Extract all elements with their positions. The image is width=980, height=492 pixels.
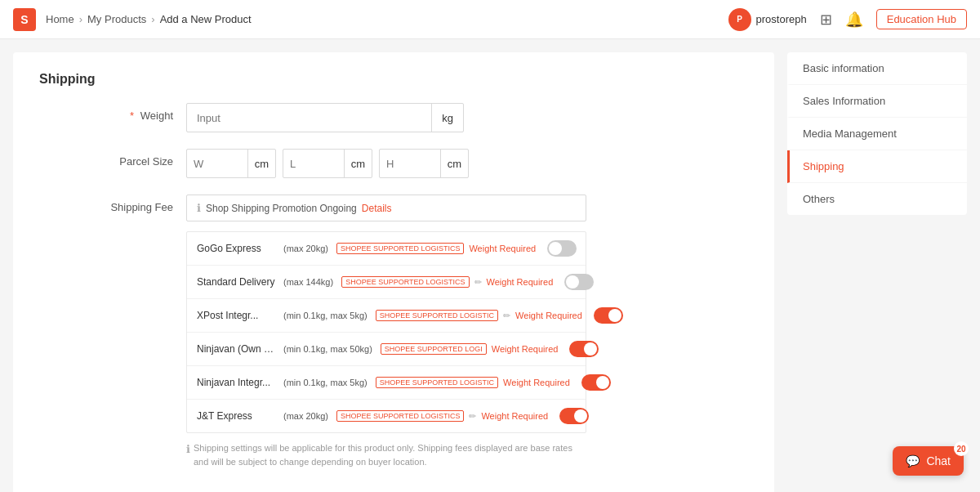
sidebar-item-shipping[interactable]: Shipping xyxy=(787,150,967,183)
info-icon: ℹ xyxy=(197,202,201,214)
logistics-limit: (min 0.1kg, max 50kg) xyxy=(283,344,372,354)
shipping-section: Shipping * Weight kg Parcel Size xyxy=(13,52,774,492)
edit-icon[interactable]: ✏ xyxy=(503,311,510,321)
shopee-badge: SHOPEE SUPPORTED LOGISTIC xyxy=(376,377,498,388)
shipping-fee-row: Shipping Fee ℹ Shop Shipping Promotion O… xyxy=(39,195,748,468)
chat-label: Chat xyxy=(926,454,951,467)
note-info-icon: ℹ xyxy=(186,441,190,468)
parcel-inputs: cm cm cm xyxy=(186,149,748,178)
logistics-row: J&T Express (max 20kg) SHOPEE SUPPORTED … xyxy=(187,400,586,432)
nav-right: P prostoreph ⊞ 🔔 Education Hub xyxy=(728,8,967,31)
weight-label: * Weight xyxy=(39,103,186,122)
grid-icon[interactable]: ⊞ xyxy=(820,11,832,29)
toggle-slider xyxy=(547,240,577,257)
weight-row: * Weight kg xyxy=(39,103,748,132)
shopee-badge: SHOPEE SUPPORTED LOGISTICS xyxy=(336,243,464,254)
parcel-w-wrap: cm xyxy=(186,149,276,178)
sidebar-item-sales-information[interactable]: Sales Information xyxy=(787,85,967,118)
logistics-row: GoGo Express (max 20kg) SHOPEE SUPPORTED… xyxy=(187,232,586,266)
toggle-slider xyxy=(564,274,594,290)
weight-required-label: Weight Required xyxy=(469,244,536,253)
weight-required-label: Weight Required xyxy=(487,277,554,287)
toggle-slider xyxy=(581,374,611,391)
right-sidebar: Basic informationSales InformationMedia … xyxy=(787,52,967,492)
chat-button[interactable]: 💬 Chat 20 xyxy=(893,446,964,476)
shopee-logo: S xyxy=(13,8,36,31)
logistics-name: Ninjavan Integr... xyxy=(197,377,278,388)
logistics-toggle[interactable] xyxy=(559,408,589,424)
shopee-badge: SHOPEE SUPPORTED LOGISTIC xyxy=(376,310,498,321)
chat-icon: 💬 xyxy=(906,454,920,467)
logistics-name: Standard Delivery xyxy=(197,276,278,288)
weight-input[interactable] xyxy=(187,105,431,131)
toggle-slider xyxy=(569,341,599,357)
toggle-knob xyxy=(549,242,562,255)
logistics-row: XPost Integr... (min 0.1kg, max 5kg) SHO… xyxy=(187,299,586,333)
parcel-h-unit: cm xyxy=(440,150,468,177)
logistics-toggle[interactable] xyxy=(581,374,611,391)
toggle-slider xyxy=(594,307,623,324)
shopee-badge: SHOPEE SUPPORTED LOGISTICS xyxy=(336,410,464,422)
shipping-fee-label: Shipping Fee xyxy=(39,195,186,213)
parcel-size-row: Parcel Size cm cm cm xyxy=(39,149,748,178)
logistics-row: Ninjavan (Own Pac... (min 0.1kg, max 50k… xyxy=(187,333,586,366)
logistics-name: J&T Express xyxy=(197,410,278,422)
logistics-name: GoGo Express xyxy=(197,243,278,254)
logistics-list: GoGo Express (max 20kg) SHOPEE SUPPORTED… xyxy=(186,231,586,433)
toggle-slider xyxy=(559,408,589,424)
logistics-toggle[interactable] xyxy=(564,274,594,290)
store-name: prostoreph xyxy=(756,13,807,25)
logistics-toggle[interactable] xyxy=(569,341,599,357)
parcel-h-input[interactable] xyxy=(380,151,440,177)
edit-icon[interactable]: ✏ xyxy=(469,411,476,422)
main-content: Shipping * Weight kg Parcel Size xyxy=(13,52,774,492)
logistics-limit: (max 20kg) xyxy=(283,244,328,253)
weight-required-label: Weight Required xyxy=(492,344,559,354)
breadcrumb-sep-2: › xyxy=(151,13,154,25)
parcel-l-unit: cm xyxy=(344,150,372,177)
shopee-badge: SHOPEE SUPPORTED LOGISTICS xyxy=(341,276,469,288)
bell-icon[interactable]: 🔔 xyxy=(845,11,863,29)
weight-required-label: Weight Required xyxy=(481,411,548,421)
breadcrumb-home[interactable]: Home xyxy=(46,13,74,25)
logistics-name: XPost Integr... xyxy=(197,310,278,321)
parcel-w-input[interactable] xyxy=(187,151,247,177)
toggle-knob xyxy=(584,342,597,356)
top-navigation: S Home › My Products › Add a New Product… xyxy=(0,0,980,39)
shipping-section-title: Shipping xyxy=(39,72,748,87)
shopee-badge: SHOPEE SUPPORTED LOGI xyxy=(381,343,487,355)
parcel-l-input[interactable] xyxy=(283,151,344,177)
shipping-note-text: Shipping settings will be applicable for… xyxy=(194,441,586,468)
logistics-row: Ninjavan Integr... (min 0.1kg, max 5kg) … xyxy=(187,366,586,400)
logistics-toggle[interactable] xyxy=(547,240,577,257)
edit-icon[interactable]: ✏ xyxy=(474,277,482,288)
sidebar-item-basic-information[interactable]: Basic information xyxy=(787,52,967,85)
weight-unit: kg xyxy=(431,104,463,132)
shipping-note: ℹ Shipping settings will be applicable f… xyxy=(186,441,586,468)
store-avatar: P xyxy=(728,8,751,31)
education-hub-button[interactable]: Education Hub xyxy=(876,9,967,29)
promo-text: Shop Shipping Promotion Ongoing xyxy=(206,203,357,214)
sidebar-item-media-management[interactable]: Media Management xyxy=(787,118,967,150)
parcel-w-unit: cm xyxy=(247,150,275,177)
store-info: P prostoreph xyxy=(728,8,807,31)
chat-badge: 20 xyxy=(954,441,969,456)
toggle-knob xyxy=(574,409,587,423)
logistics-toggle[interactable] xyxy=(594,307,623,324)
breadcrumb-current: Add a New Product xyxy=(160,13,252,25)
page-layout: Shipping * Weight kg Parcel Size xyxy=(0,39,980,492)
weight-required-label: Weight Required xyxy=(515,311,582,320)
logistics-limit: (max 144kg) xyxy=(283,277,333,287)
breadcrumb-my-products[interactable]: My Products xyxy=(87,13,146,25)
logistics-limit: (min 0.1kg, max 5kg) xyxy=(283,311,368,320)
weight-input-wrap: kg xyxy=(186,103,464,132)
toggle-knob xyxy=(608,309,621,322)
sidebar-item-others[interactable]: Others xyxy=(787,183,967,215)
breadcrumb: Home › My Products › Add a New Product xyxy=(46,13,728,25)
promo-details-link[interactable]: Details xyxy=(362,203,392,214)
weight-controls: kg xyxy=(186,103,748,132)
toggle-knob xyxy=(566,275,579,288)
shipping-promo-bar: ℹ Shop Shipping Promotion Ongoing Detail… xyxy=(186,195,586,221)
breadcrumb-sep-1: › xyxy=(79,13,82,25)
logistics-limit: (min 0.1kg, max 5kg) xyxy=(283,378,368,387)
